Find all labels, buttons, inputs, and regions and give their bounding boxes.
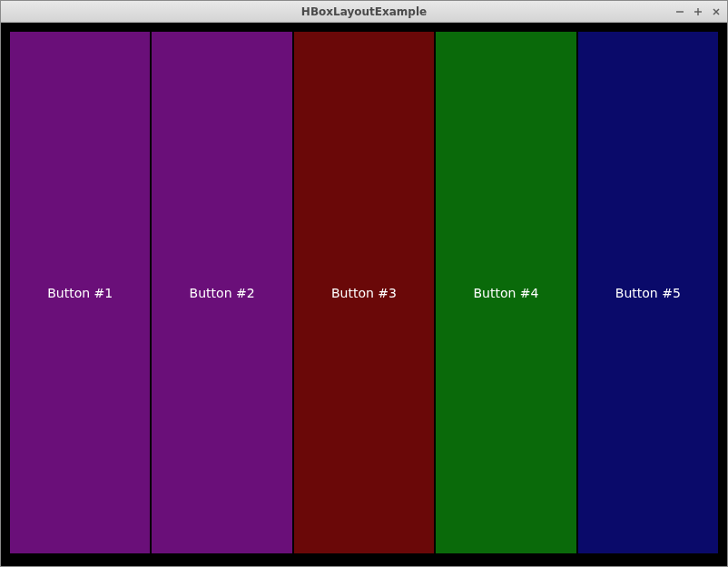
maximize-icon[interactable]: [693, 6, 703, 17]
button-4[interactable]: Button #4: [436, 32, 576, 553]
close-icon[interactable]: [711, 6, 722, 17]
button-1[interactable]: Button #1: [10, 32, 150, 553]
window-controls: [674, 1, 722, 23]
client-area: Button #1 Button #2 Button #3 Button #4 …: [1, 23, 727, 566]
titlebar: HBoxLayoutExample: [1, 1, 727, 23]
minimize-icon[interactable]: [674, 6, 685, 17]
button-5[interactable]: Button #5: [578, 32, 718, 553]
button-2[interactable]: Button #2: [152, 32, 291, 553]
app-window: HBoxLayoutExample Button #1 Button #2 Bu…: [0, 0, 728, 567]
button-3[interactable]: Button #3: [294, 32, 434, 553]
window-title: HBoxLayoutExample: [1, 5, 727, 18]
